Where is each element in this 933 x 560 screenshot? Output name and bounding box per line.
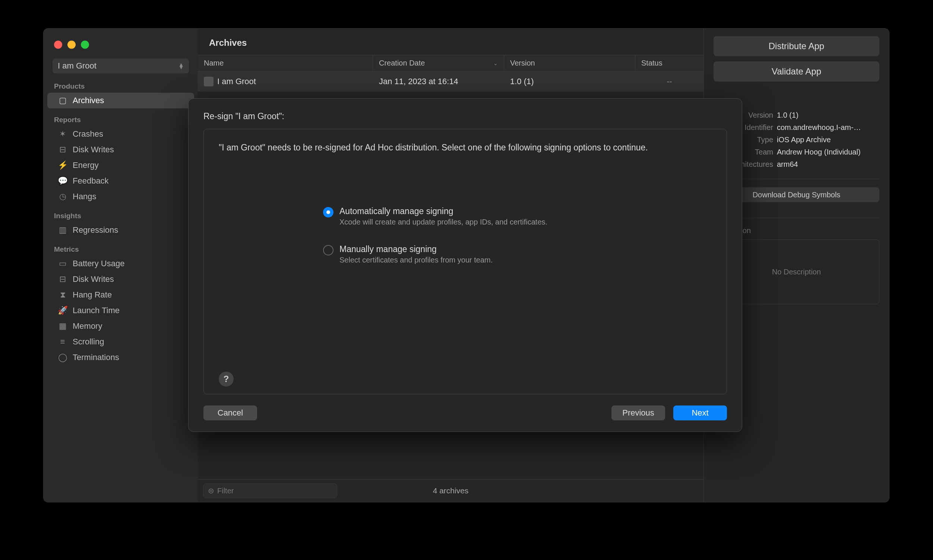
traffic-lights bbox=[54, 41, 89, 49]
option-automatic[interactable]: Automatically manage signing Xcode will … bbox=[323, 206, 712, 226]
maximize-button[interactable] bbox=[81, 41, 89, 49]
radio-manual[interactable] bbox=[323, 245, 333, 255]
help-button[interactable]: ? bbox=[219, 372, 234, 386]
radio-label: Manually manage signing bbox=[339, 244, 493, 254]
modal-title: Re-sign "I am Groot": bbox=[204, 111, 727, 122]
minimize-button[interactable] bbox=[68, 41, 76, 49]
radio-automatic[interactable] bbox=[323, 207, 333, 217]
radio-label: Automatically manage signing bbox=[339, 206, 547, 216]
close-button[interactable] bbox=[54, 41, 62, 49]
signing-options: Automatically manage signing Xcode will … bbox=[323, 206, 712, 282]
resign-modal: Re-sign "I am Groot": "I am Groot" needs… bbox=[188, 98, 742, 432]
modal-body: "I am Groot" needs to be re-signed for A… bbox=[204, 129, 727, 394]
radio-description: Xcode will create and update profiles, a… bbox=[339, 218, 547, 226]
previous-button[interactable]: Previous bbox=[611, 406, 665, 420]
modal-actions: Cancel Previous Next bbox=[204, 406, 727, 420]
modal-overlay: Re-sign "I am Groot": "I am Groot" needs… bbox=[0, 0, 933, 560]
modal-message: "I am Groot" needs to be re-signed for A… bbox=[219, 141, 685, 154]
option-manual[interactable]: Manually manage signing Select certifica… bbox=[323, 244, 712, 265]
next-button[interactable]: Next bbox=[673, 406, 727, 420]
cancel-button[interactable]: Cancel bbox=[204, 406, 257, 420]
radio-description: Select certificates and profiles from yo… bbox=[339, 256, 493, 265]
